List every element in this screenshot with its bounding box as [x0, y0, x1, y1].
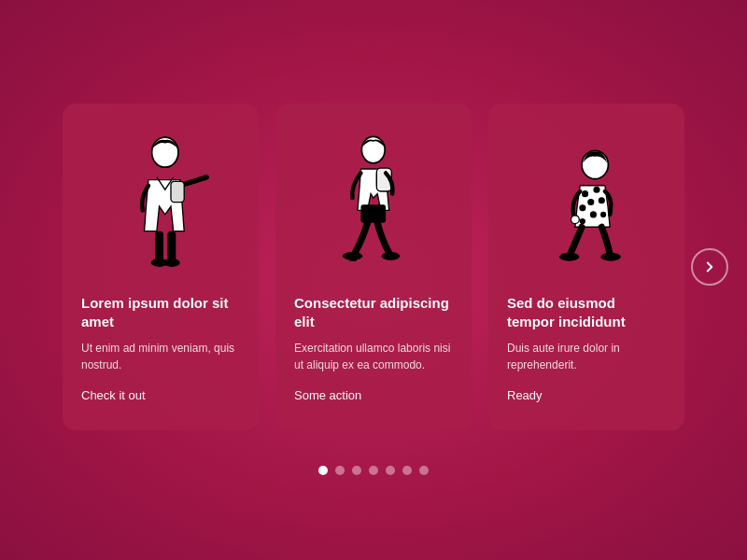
dot-4[interactable] — [369, 466, 378, 475]
cards-wrapper: Lorem ipsum dolor sit amet Ut enim ad mi… — [25, 85, 722, 449]
svg-rect-5 — [171, 181, 184, 202]
dot-2[interactable] — [335, 466, 345, 475]
svg-rect-1 — [155, 231, 163, 263]
dot-3[interactable] — [352, 466, 361, 475]
card-1-desc: Ut enim ad minim veniam, quis nostrud. — [81, 340, 240, 373]
svg-point-19 — [579, 218, 585, 224]
person-walking-icon — [319, 132, 428, 281]
svg-point-11 — [382, 252, 401, 260]
svg-point-20 — [600, 212, 606, 217]
card-3-content: Sed do eiusmod tempor incididunt Duis au… — [488, 281, 684, 402]
svg-point-13 — [582, 190, 588, 197]
svg-point-21 — [559, 253, 579, 261]
card-2-illustration — [275, 104, 472, 281]
card-2-desc: Exercitation ullamco laboris nisi ut ali… — [294, 340, 453, 373]
dot-7[interactable] — [419, 466, 429, 475]
next-button[interactable] — [691, 248, 728, 286]
svg-point-18 — [590, 211, 597, 217]
card-2-title: Consectetur adipiscing elit — [294, 294, 453, 330]
person-crouching-icon — [537, 132, 637, 281]
chevron-right-icon — [701, 259, 718, 275]
svg-point-4 — [163, 259, 180, 267]
card-3-link[interactable]: Ready — [507, 388, 666, 402]
svg-point-14 — [593, 187, 599, 193]
card-3-title: Sed do eiusmod tempor incididunt — [507, 294, 666, 330]
card-1-content: Lorem ipsum dolor sit amet Ut enim ad mi… — [63, 281, 259, 402]
dot-1[interactable] — [318, 466, 328, 475]
card-1-link[interactable]: Check it out — [81, 388, 240, 402]
card-3: Sed do eiusmod tempor incididunt Duis au… — [488, 104, 684, 430]
svg-point-23 — [571, 216, 579, 224]
card-2-content: Consectetur adipiscing elit Exercitation… — [275, 281, 472, 402]
card-3-illustration — [488, 104, 684, 281]
card-1-title: Lorem ipsum dolor sit amet — [81, 294, 240, 330]
card-3-desc: Duis aute irure dolor in reprehenderit. — [507, 340, 666, 373]
card-2-link[interactable]: Some action — [294, 388, 453, 402]
svg-point-16 — [579, 204, 585, 211]
dot-6[interactable] — [402, 466, 412, 475]
svg-point-15 — [587, 199, 594, 205]
carousel-dots — [318, 466, 429, 475]
card-1-illustration — [63, 104, 259, 281]
main-container: Lorem ipsum dolor sit amet Ut enim ad mi… — [0, 85, 747, 475]
svg-point-22 — [600, 253, 620, 261]
svg-rect-2 — [167, 231, 176, 263]
svg-rect-7 — [361, 204, 387, 223]
person-pointing-icon — [111, 132, 211, 281]
dot-5[interactable] — [386, 466, 395, 475]
card-2: Consectetur adipiscing elit Exercitation… — [275, 104, 472, 430]
card-1: Lorem ipsum dolor sit amet Ut enim ad mi… — [63, 104, 259, 430]
svg-point-17 — [598, 197, 604, 203]
